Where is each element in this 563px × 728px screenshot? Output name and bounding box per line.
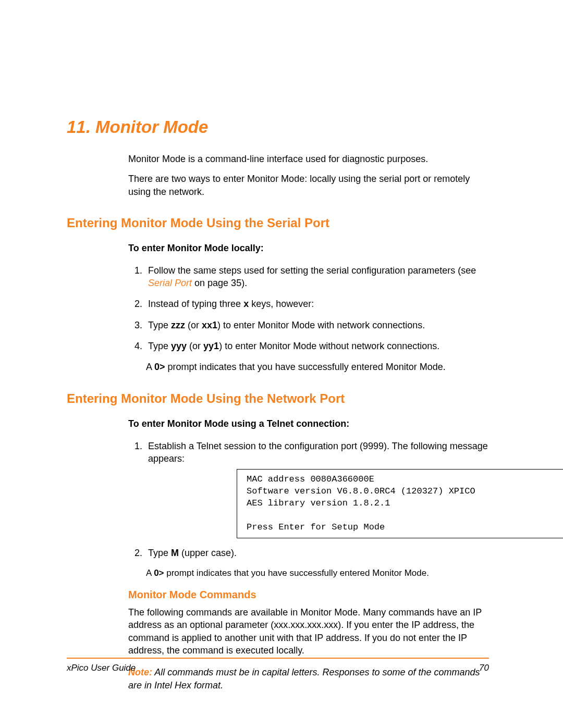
step-text: Instead of typing three (148, 299, 243, 309)
result-text: prompt indicates that you have successfu… (165, 362, 446, 372)
step-text: Establish a Telnet session to the config… (148, 441, 488, 464)
page-footer: xPico User Guide 70 (67, 663, 489, 673)
section2-result: A 0> prompt indicates that you have succ… (146, 567, 489, 579)
bold-yy1: yy1 (203, 341, 219, 351)
section2-heading: Entering Monitor Mode Using the Network … (67, 391, 489, 406)
result-text: A (146, 362, 154, 372)
step-text: on page 35). (192, 278, 247, 288)
list-item: Establish a Telnet session to the config… (145, 440, 489, 538)
step-text: ) to enter Monitor Mode with network con… (217, 320, 425, 330)
bold-xx1: xx1 (202, 320, 217, 330)
result-text: prompt indicates that you have successfu… (164, 568, 429, 578)
bold-x: x (243, 299, 249, 309)
step-text: Type (148, 548, 171, 558)
bold-yyy: yyy (171, 341, 187, 351)
section2-subhead: To enter Monitor Mode using a Telnet con… (128, 418, 489, 429)
section3-para: The following commands are available in … (128, 606, 489, 657)
section1-heading: Entering Monitor Mode Using the Serial P… (67, 216, 489, 230)
chapter-title: 11. Monitor Mode (67, 117, 489, 137)
bold-prompt: 0> (154, 568, 164, 578)
section1-result: A 0> prompt indicates that you have succ… (146, 361, 489, 373)
section2-steps: Establish a Telnet session to the config… (128, 440, 489, 560)
intro-p1: Monitor Mode is a command-line interface… (128, 153, 489, 165)
list-item: Type M (upper case). (145, 547, 489, 559)
serial-port-link[interactable]: Serial Port (148, 278, 192, 288)
list-item: Follow the same steps used for setting t… (145, 264, 489, 290)
page-number: 70 (479, 663, 489, 673)
step-text: (or (185, 320, 202, 330)
bold-prompt: 0> (154, 362, 165, 372)
list-item: Type yyy (or yy1) to enter Monitor Mode … (145, 340, 489, 352)
section3-heading: Monitor Mode Commands (128, 589, 489, 601)
page-content: 11. Monitor Mode Monitor Mode is a comma… (67, 0, 489, 692)
step-text: Follow the same steps used for setting t… (148, 265, 476, 276)
step-text: Type (148, 341, 171, 351)
step-text: (upper case). (179, 548, 237, 558)
step-text: (or (187, 341, 203, 351)
list-item: Instead of typing three x keys, however: (145, 298, 489, 310)
section1-steps: Follow the same steps used for setting t… (128, 264, 489, 352)
list-item: Type zzz (or xx1) to enter Monitor Mode … (145, 319, 489, 331)
step-text: Type (148, 320, 171, 330)
bold-zzz: zzz (171, 320, 185, 330)
section1-subhead: To enter Monitor Mode locally: (128, 243, 489, 254)
intro-block: Monitor Mode is a command-line interface… (128, 153, 489, 198)
footer-title: xPico User Guide (67, 663, 136, 673)
result-text: A (146, 568, 154, 578)
step-text: ) to enter Monitor Mode without network … (219, 341, 439, 351)
bold-m: M (171, 548, 179, 558)
intro-p2: There are two ways to enter Monitor Mode… (128, 172, 489, 198)
footer-rule (67, 658, 489, 659)
telnet-output: MAC address 0080A366000E Software versio… (237, 469, 563, 538)
step-text: keys, however: (249, 299, 314, 309)
